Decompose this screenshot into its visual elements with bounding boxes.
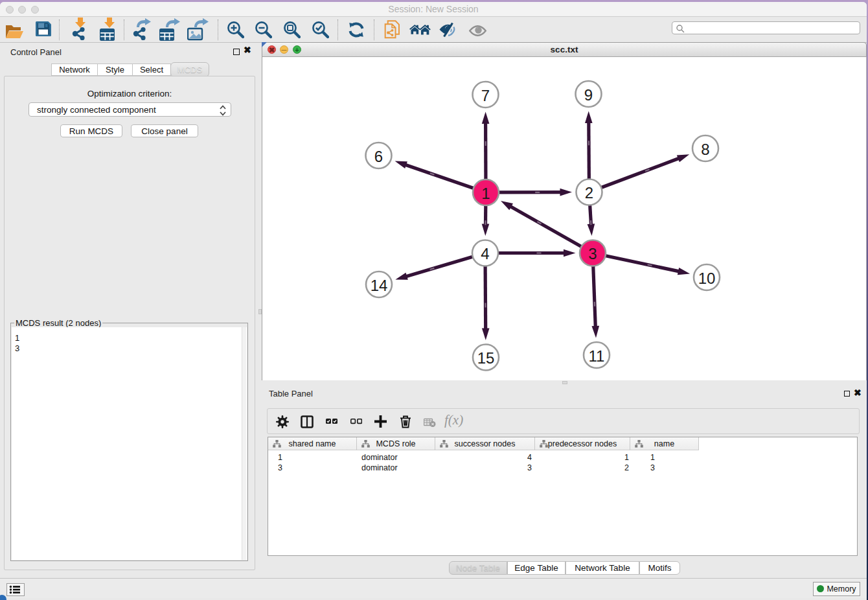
svg-text:10: 10 (698, 270, 716, 287)
svg-text:2: 2 (585, 184, 593, 202)
svg-text:1: 1 (481, 185, 490, 202)
svg-text:6: 6 (374, 148, 383, 165)
svg-text:15: 15 (477, 349, 495, 367)
svg-text:3: 3 (588, 245, 597, 262)
svg-text:8: 8 (701, 141, 709, 158)
svg-text:9: 9 (584, 86, 593, 104)
svg-text:7: 7 (481, 87, 490, 104)
svg-text:14: 14 (371, 277, 388, 294)
svg-text:4: 4 (481, 245, 489, 262)
svg-text:11: 11 (589, 347, 605, 365)
